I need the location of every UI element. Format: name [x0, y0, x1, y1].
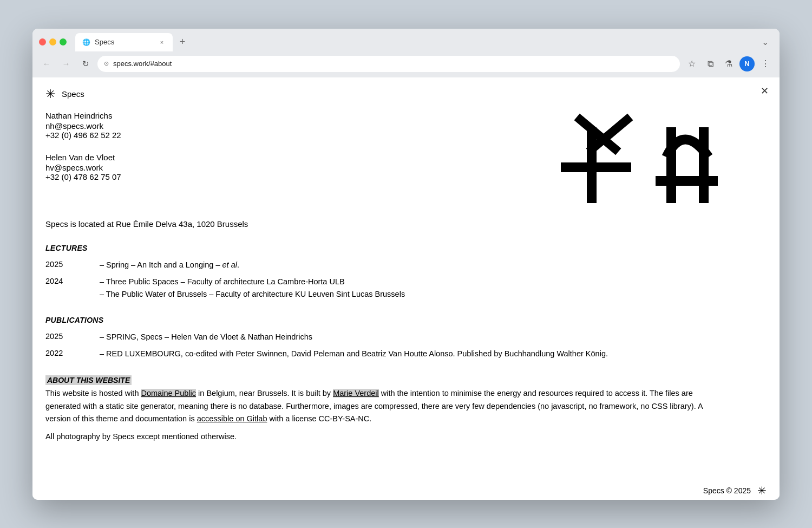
profile-button[interactable]: N: [739, 56, 755, 71]
person2-email: hv@specs.work: [45, 163, 379, 172]
main-content: Nathan Heindrichs nh@specs.work +32 (0) …: [32, 111, 736, 476]
lecture-year-2025: 2025: [45, 259, 100, 271]
new-tab-button[interactable]: +: [175, 35, 190, 50]
url-display: specs.work/#about: [113, 60, 673, 68]
traffic-lights: [39, 38, 67, 45]
pub-year-2025: 2025: [45, 331, 100, 343]
fullscreen-traffic-light[interactable]: [60, 38, 67, 45]
page-content: ✳ Specs ✕ Nathan Heindrichs nh@specs.wor…: [32, 77, 780, 500]
site-logo-area: ✳ Specs: [45, 88, 84, 100]
lectures-section: LECTURES 2025 – Spring – An Itch and a L…: [45, 244, 723, 301]
back-button[interactable]: ←: [39, 56, 54, 71]
lecture-year-2024: 2024: [45, 276, 100, 301]
nav-actions: ☆ ⧉ ⚗ N ⋮: [684, 56, 773, 71]
minimize-traffic-light[interactable]: [49, 38, 56, 45]
person1-name: Nathan Heindrichs: [45, 111, 379, 120]
lecture-line-2024-1: – Three Public Spaces – Faculty of archi…: [100, 276, 723, 288]
publications-title: PUBLICATIONS: [45, 316, 723, 324]
tab-dropdown-button[interactable]: ⌄: [757, 35, 773, 49]
navigation-bar: ← → ↻ ⊙ specs.work/#about ☆ ⧉ ⚗ N ⋮: [32, 51, 780, 77]
reload-button[interactable]: ↻: [78, 56, 93, 71]
tab-close-button[interactable]: ×: [158, 38, 166, 47]
person2-phone: +32 (0) 478 62 75 07: [45, 172, 379, 181]
lecture-line-2024-2: – The Public Water of Brussels – Faculty…: [100, 288, 723, 301]
forward-button[interactable]: →: [58, 56, 74, 71]
svg-rect-5: [699, 127, 709, 203]
contact-section: Nathan Heindrichs nh@specs.work +32 (0) …: [45, 111, 379, 208]
lectures-title: LECTURES: [45, 244, 723, 252]
top-grid: Nathan Heindrichs nh@specs.work +32 (0) …: [45, 111, 723, 208]
lecture-entry-2025: 2025 – Spring – An Itch and a Longing – …: [45, 259, 723, 271]
menu-button[interactable]: ⋮: [758, 56, 773, 71]
marie-verdeil-link[interactable]: Marie Verdeil: [333, 389, 379, 397]
person1-phone: +32 (0) 496 62 52 22: [45, 131, 379, 140]
about-text: This website is hosted with Domaine Publ…: [45, 387, 723, 425]
pub-entry-2022: 2022 – RED LUXEMBOURG, co-edited with Pe…: [45, 348, 723, 360]
tab-label: Specs: [95, 38, 153, 46]
domaine-public-link[interactable]: Domaine Public: [141, 389, 197, 397]
pub-entry-2025: 2025 – SPRING, Specs – Helen Van de Vloe…: [45, 331, 723, 343]
lecture-detail-2024: – Three Public Spaces – Faculty of archi…: [100, 276, 723, 301]
person2-name: Helen Van de Vloet: [45, 153, 379, 162]
contact-person-1: Nathan Heindrichs nh@specs.work +32 (0) …: [45, 111, 379, 140]
browser-chrome: 🌐 Specs × + ⌄ ← → ↻ ⊙ specs.work/#about …: [32, 29, 780, 77]
bookmark-button[interactable]: ☆: [684, 56, 699, 71]
pub-detail-2025: – SPRING, Specs – Helen Van de Vloet & N…: [100, 331, 723, 343]
active-tab[interactable]: 🌐 Specs ×: [75, 33, 173, 51]
site-name: Specs: [62, 89, 84, 99]
footer-bar: Specs © 2025 ✳: [32, 475, 780, 499]
lecture-line-1: – Spring – An Itch and a Longing – et al…: [100, 259, 723, 271]
footer-copyright: Specs © 2025: [703, 486, 751, 495]
svg-rect-6: [656, 176, 718, 186]
pub-line-2022: – RED LUXEMBOURG, co-edited with Peter S…: [100, 348, 723, 360]
pub-detail-2022: – RED LUXEMBOURG, co-edited with Peter S…: [100, 348, 723, 360]
close-traffic-light[interactable]: [39, 38, 46, 45]
pub-line-2025: – SPRING, Specs – Helen Van de Vloet & N…: [100, 331, 723, 343]
pub-year-2022: 2022: [45, 348, 100, 360]
asterisk-logo-icon: ✳: [45, 88, 55, 100]
lecture-entry-2024: 2024 – Three Public Spaces – Faculty of …: [45, 276, 723, 301]
site-header: ✳ Specs ✕: [32, 77, 780, 111]
contact-person-2: Helen Van de Vloet hv@specs.work +32 (0)…: [45, 153, 379, 181]
lab-button[interactable]: ⚗: [721, 56, 736, 71]
footer-asterisk-icon: ✳: [757, 484, 767, 497]
location-text: Specs is located at Rue Émile Delva 43a,…: [45, 219, 723, 229]
lecture-detail-2025: – Spring – An Itch and a Longing – et al…: [100, 259, 723, 271]
tab-bar: 🌐 Specs × + ⌄: [32, 29, 780, 51]
secure-icon: ⊙: [104, 60, 109, 67]
tab-favicon: 🌐: [82, 38, 90, 47]
about-section: ABOUT THIS WEBSITE This website is hoste…: [45, 375, 723, 443]
photography-note: All photography by Specs except mentione…: [45, 431, 723, 443]
gitlab-link[interactable]: accessible on Gitlab: [197, 414, 267, 423]
person1-email: nh@specs.work: [45, 121, 379, 131]
close-overlay-button[interactable]: ✕: [761, 86, 769, 96]
specs-logo-svg: [550, 111, 723, 208]
svg-rect-1: [561, 162, 631, 172]
logo-svg-area: [390, 111, 723, 208]
address-bar[interactable]: ⊙ specs.work/#about: [97, 56, 680, 72]
publications-section: PUBLICATIONS 2025 – SPRING, Specs – Hele…: [45, 316, 723, 360]
about-title: ABOUT THIS WEBSITE: [45, 375, 132, 385]
browser-window: 🌐 Specs × + ⌄ ← → ↻ ⊙ specs.work/#about …: [32, 29, 780, 500]
extensions-button[interactable]: ⧉: [703, 56, 718, 71]
